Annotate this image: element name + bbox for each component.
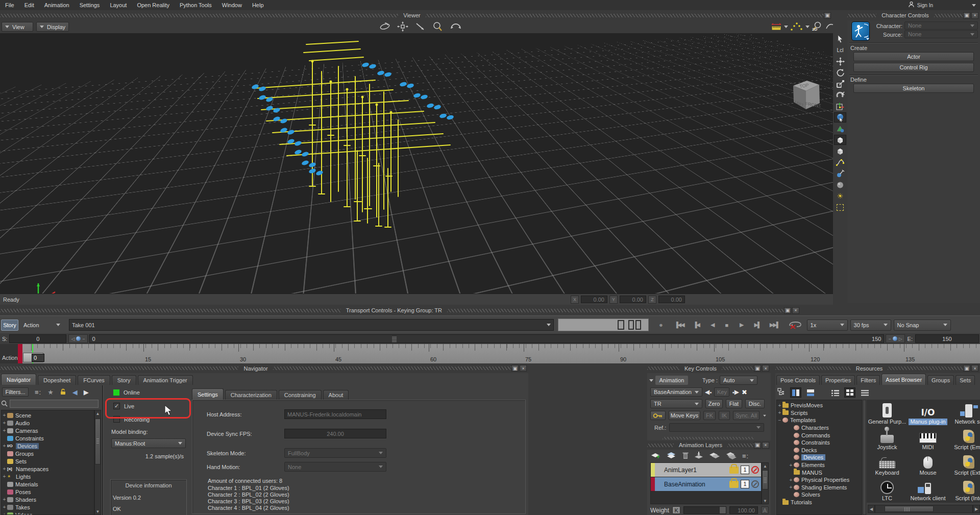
end-handle-widget[interactable]: − ▷ xyxy=(886,334,904,343)
host-address-field[interactable]: MANUS-Frederik.localdomain xyxy=(284,409,386,419)
move-keys-button[interactable]: Move Keys xyxy=(669,411,700,420)
layer-weight-badge[interactable]: 1 xyxy=(741,465,749,474)
key-type-dropdown[interactable]: Auto xyxy=(720,376,757,385)
asset-tree-item[interactable]: + Scripts xyxy=(777,409,862,417)
play-backwards-button[interactable]: ◀ xyxy=(710,322,715,328)
set-key-button[interactable]: Key xyxy=(714,387,729,397)
expander-icon[interactable]: + xyxy=(2,504,7,510)
hand-motion-dropdown[interactable]: None xyxy=(284,462,386,472)
chevron-down-icon[interactable] xyxy=(805,26,810,28)
navigator-tab[interactable]: Dopesheet xyxy=(38,375,76,385)
record-button[interactable]: ● xyxy=(657,321,665,329)
chevron-down-icon[interactable] xyxy=(547,324,551,326)
pin-icon[interactable] xyxy=(834,168,846,179)
expander-icon[interactable]: + xyxy=(2,443,7,449)
device-tab[interactable]: Characterization xyxy=(225,390,277,400)
back-icon[interactable]: ◀ xyxy=(72,388,78,396)
layer-weight-badge[interactable]: 1 xyxy=(741,480,749,488)
asset-tree-item[interactable]: Devices xyxy=(777,454,862,461)
layers-menu-icon[interactable]: ≡: xyxy=(742,452,749,460)
detail-view-icon[interactable] xyxy=(859,387,870,398)
ruler-units-icon[interactable] xyxy=(771,21,782,32)
model-binding-dropdown[interactable]: Manus:Root xyxy=(111,438,186,448)
split-horizontal-icon[interactable] xyxy=(805,387,816,398)
next-frame-button[interactable]: ▶▌ xyxy=(754,322,761,328)
playback-speed-dropdown[interactable]: 1x xyxy=(807,320,848,331)
range-ball-icon[interactable] xyxy=(76,336,81,341)
asset-item[interactable]: Network se xyxy=(948,400,980,425)
mute-layer-icon[interactable] xyxy=(751,480,759,488)
additive-manipulation-icon[interactable] xyxy=(834,124,846,134)
menu-item[interactable]: Open Reality xyxy=(132,0,175,10)
tree-item[interactable]: + Takes xyxy=(2,503,94,511)
asset-item[interactable]: Network client xyxy=(908,476,948,502)
tree-item[interactable]: + [a] Namespaces xyxy=(2,465,94,473)
range-start-marker[interactable] xyxy=(18,344,22,363)
ref-dropdown[interactable] xyxy=(669,423,764,432)
delete-layer-icon[interactable] xyxy=(682,451,689,460)
asset-tree-item[interactable]: + Physical Properties xyxy=(777,476,862,484)
asset-tree-item[interactable]: Tutorials xyxy=(777,499,862,506)
maximize-icon[interactable]: ▣ xyxy=(963,365,970,372)
fk-button[interactable]: FK xyxy=(703,411,716,420)
lock-icon[interactable] xyxy=(729,467,739,474)
view-cube[interactable]: TOP FRONT LEFT xyxy=(785,79,822,113)
asset-item[interactable]: Script (Inte xyxy=(948,476,980,502)
tree-item[interactable]: Constraints xyxy=(2,434,94,442)
stop-button[interactable]: ■ xyxy=(725,322,728,328)
orbit-camera-icon[interactable] xyxy=(379,21,391,32)
pan-camera-icon[interactable] xyxy=(397,21,408,32)
device-tab[interactable]: About xyxy=(323,390,349,400)
navigator-tab[interactable]: FCurves xyxy=(78,375,110,385)
view-menu-button[interactable]: View xyxy=(2,22,33,32)
weight-value-field[interactable]: 100.00 xyxy=(729,506,758,514)
previous-frame-button[interactable]: ▐◀ xyxy=(693,322,699,328)
tree-item[interactable]: + I/O Devices xyxy=(2,442,94,450)
list-view-icon[interactable] xyxy=(829,387,841,398)
tree-item[interactable]: + ☀ Lights xyxy=(2,473,94,480)
expander-icon[interactable]: + xyxy=(788,484,794,490)
asset-tree-item[interactable]: + Shading Elements xyxy=(777,484,862,492)
navigator-tab[interactable]: Animation Trigger xyxy=(138,375,193,385)
trajectory-icon[interactable] xyxy=(790,21,803,32)
playhead-handle[interactable]: 0 xyxy=(23,353,43,362)
undo-view-icon[interactable] xyxy=(449,21,462,32)
asset-tree-item[interactable]: Decks xyxy=(777,447,862,454)
search-input[interactable] xyxy=(10,400,99,408)
spline-icon[interactable] xyxy=(834,157,846,167)
expander-icon[interactable]: + xyxy=(2,412,7,418)
animation-mode-button[interactable]: Animation xyxy=(655,376,688,385)
select-tool-icon[interactable] xyxy=(834,34,846,44)
rotate-tool-icon[interactable] xyxy=(834,67,846,78)
selection-marquee-icon[interactable] xyxy=(834,202,846,212)
maximize-icon[interactable]: ▣ xyxy=(963,12,970,19)
normal-manipulation-icon[interactable] xyxy=(834,112,846,122)
duplicate-layers-icon[interactable] xyxy=(708,451,721,460)
mute-layer-icon[interactable] xyxy=(751,466,759,474)
light-tool-icon[interactable]: ☀ xyxy=(834,191,846,201)
menu-item[interactable]: Edit xyxy=(19,0,39,10)
fps-dropdown[interactable]: 30 fps xyxy=(850,320,891,331)
snap-dropdown[interactable]: No Snap xyxy=(894,320,951,331)
menu-item[interactable]: Python Tools xyxy=(175,0,217,10)
close-icon[interactable]: × xyxy=(762,442,769,449)
menu-item[interactable]: Help xyxy=(247,0,269,10)
animation-layer-dropdown[interactable]: BaseAnimation xyxy=(650,387,702,397)
tree-item[interactable]: + Videos xyxy=(2,511,94,515)
animation-layer-row[interactable]: BaseAnimation 1 xyxy=(651,477,761,492)
chevron-down-icon[interactable] xyxy=(972,4,976,7)
expander-icon[interactable]: + xyxy=(2,428,7,433)
asset-item[interactable]: Keyboard xyxy=(867,451,908,476)
slider-grip-icon[interactable] xyxy=(392,336,397,342)
range-ball-icon[interactable] xyxy=(893,336,897,341)
snap-icon[interactable] xyxy=(834,90,846,100)
asset-tree-item[interactable]: Solvers xyxy=(777,491,862,499)
go-to-start-button[interactable]: ▐◀◀ xyxy=(674,322,684,328)
lock-icon[interactable] xyxy=(729,481,739,488)
weight-auto-button[interactable]: A xyxy=(761,506,769,514)
timeline-zoom-slider[interactable]: 0 150 xyxy=(89,334,885,343)
loop-off-icon[interactable] xyxy=(788,321,803,330)
live-checkbox[interactable]: ✓ xyxy=(113,403,120,409)
lock-icon[interactable] xyxy=(60,388,66,396)
shaded-cube-icon[interactable] xyxy=(834,135,846,145)
